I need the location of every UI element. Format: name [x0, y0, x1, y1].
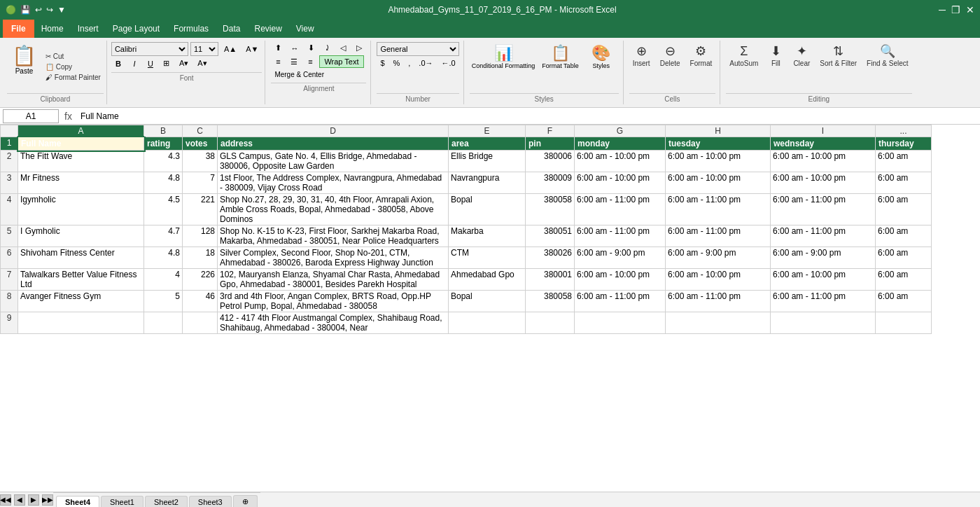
font-size-select[interactable]: 11 — [190, 42, 218, 56]
decimal-increase-button[interactable]: .0→ — [415, 57, 436, 69]
align-top-button[interactable]: ⬆ — [271, 42, 285, 54]
cell-b5[interactable]: 4.7 — [144, 225, 183, 247]
cell-b2[interactable]: 4.3 — [144, 151, 183, 172]
col-header-a[interactable]: A — [18, 125, 144, 137]
row-number-3[interactable]: 3 — [1, 172, 18, 194]
minimize-button[interactable]: ─ — [939, 4, 946, 15]
copy-button[interactable]: 📋 Copy — [43, 62, 104, 71]
cell-f8[interactable]: 380058 — [526, 291, 575, 312]
formula-input[interactable]: Full Name — [78, 109, 977, 123]
font-decrease-button[interactable]: A▼ — [242, 43, 262, 55]
formulas-menu[interactable]: Formulas — [167, 21, 216, 36]
cell-e8[interactable]: Bopal — [449, 291, 526, 312]
cell-a1[interactable]: Full Name — [18, 137, 144, 151]
cell-a5[interactable]: I Gymholic — [18, 225, 144, 247]
cell-d8[interactable]: 3rd and 4th Floor, Angan Complex, BRTS R… — [218, 291, 449, 312]
insert-button[interactable]: ⊕ Insert — [629, 42, 654, 92]
file-menu[interactable]: File — [3, 20, 34, 38]
quick-access-dropdown[interactable]: ▼ — [57, 5, 66, 15]
sheet-tab-2[interactable]: Sheet2 — [145, 496, 188, 508]
underline-button[interactable]: U — [144, 58, 158, 69]
cell-reference-input[interactable]: A1 — [3, 109, 59, 123]
cell-f9[interactable] — [526, 312, 575, 334]
cell-j4[interactable]: 6:00 am — [876, 194, 932, 225]
cell-e4[interactable]: Bopal — [449, 194, 526, 225]
cell-g5[interactable]: 6:00 am - 11:00 pm — [575, 225, 666, 247]
cell-d3[interactable]: 1st Floor, The Address Complex, Navrangp… — [218, 172, 449, 194]
cell-i5[interactable]: 6:00 am - 11:00 pm — [771, 225, 876, 247]
cell-f3[interactable]: 380009 — [526, 172, 575, 194]
cell-f2[interactable]: 380006 — [526, 151, 575, 172]
cell-j1[interactable]: thursday — [876, 137, 932, 151]
cell-g9[interactable] — [575, 312, 666, 334]
cell-c4[interactable]: 221 — [183, 194, 218, 225]
col-header-i[interactable]: I — [771, 125, 876, 137]
cell-d9[interactable]: 412 - 417 4th Floor Austmangal Complex, … — [218, 312, 449, 334]
cell-i2[interactable]: 6:00 am - 10:00 pm — [771, 151, 876, 172]
col-header-f[interactable]: F — [526, 125, 575, 137]
align-center-button[interactable]: ☰ — [287, 56, 301, 68]
scroll-next-button[interactable]: ▶ — [28, 494, 39, 506]
cell-f5[interactable]: 380051 — [526, 225, 575, 247]
cell-h6[interactable]: 6:00 am - 9:00 pm — [666, 247, 771, 269]
cell-b8[interactable]: 5 — [144, 291, 183, 312]
cell-f1[interactable]: pin — [526, 137, 575, 151]
function-wizard-icon[interactable]: fx — [62, 111, 75, 122]
cell-h8[interactable]: 6:00 am - 11:00 pm — [666, 291, 771, 312]
cell-d2[interactable]: GLS Campus, Gate No. 4, Ellis Bridge, Ah… — [218, 151, 449, 172]
fill-color-button[interactable]: A▾ — [176, 57, 192, 69]
sheet-tab-4[interactable]: Sheet4 — [56, 496, 99, 508]
cell-i9[interactable] — [771, 312, 876, 334]
redo-icon[interactable]: ↪ — [46, 5, 53, 15]
cell-b1[interactable]: rating — [144, 137, 183, 151]
cell-h1[interactable]: tuesday — [666, 137, 771, 151]
row-number-8[interactable]: 8 — [1, 291, 18, 312]
sort-filter-button[interactable]: ⇅ Sort & Filter — [816, 42, 860, 69]
conditional-formatting-button[interactable]: 📊 Conditional Formatting — [470, 42, 538, 71]
col-header-e[interactable]: E — [449, 125, 526, 137]
col-header-j[interactable]: ... — [876, 125, 932, 137]
cell-e1[interactable]: area — [449, 137, 526, 151]
cell-e7[interactable]: Ahmedabad Gpo — [449, 269, 526, 291]
format-button[interactable]: ⚙ Format — [687, 42, 716, 92]
cell-i7[interactable]: 6:00 am - 10:00 pm — [771, 269, 876, 291]
home-menu[interactable]: Home — [34, 21, 71, 36]
cell-c8[interactable]: 46 — [183, 291, 218, 312]
align-right-button[interactable]: ≡ — [303, 56, 317, 67]
cell-g4[interactable]: 6:00 am - 11:00 pm — [575, 194, 666, 225]
cell-f6[interactable]: 380026 — [526, 247, 575, 269]
scroll-first-button[interactable]: ◀◀ — [0, 494, 11, 506]
cell-d5[interactable]: Shop No. K-15 to K-23, First Floor, Sark… — [218, 225, 449, 247]
cell-g1[interactable]: monday — [575, 137, 666, 151]
save-icon[interactable]: 💾 — [20, 5, 31, 15]
sheet-area[interactable]: A B C D E F G H I ... 1 Full Name ratin — [0, 125, 980, 492]
cell-a2[interactable]: The Fitt Wave — [18, 151, 144, 172]
cell-f4[interactable]: 380058 — [526, 194, 575, 225]
insert-menu[interactable]: Insert — [71, 21, 106, 36]
row-number-2[interactable]: 2 — [1, 151, 18, 172]
font-face-select[interactable]: Calibri — [111, 42, 188, 56]
cell-e5[interactable]: Makarba — [449, 225, 526, 247]
cell-f7[interactable]: 380001 — [526, 269, 575, 291]
cell-d7[interactable]: 102, Mauryansh Elanza, Shyamal Char Rast… — [218, 269, 449, 291]
comma-button[interactable]: , — [405, 57, 414, 69]
cell-c3[interactable]: 7 — [183, 172, 218, 194]
cell-i4[interactable]: 6:00 am - 11:00 pm — [771, 194, 876, 225]
cell-b3[interactable]: 4.8 — [144, 172, 183, 194]
close-button[interactable]: ✕ — [966, 4, 974, 15]
border-button[interactable]: ⊞ — [160, 57, 174, 69]
cell-c7[interactable]: 226 — [183, 269, 218, 291]
col-header-b[interactable]: B — [144, 125, 183, 137]
col-header-d[interactable]: D — [218, 125, 449, 137]
cell-h7[interactable]: 6:00 am - 10:00 pm — [666, 269, 771, 291]
cell-b6[interactable]: 4.8 — [144, 247, 183, 269]
wrap-text-button[interactable]: Wrap Text — [319, 55, 363, 68]
format-painter-button[interactable]: 🖌 Format Painter — [43, 73, 104, 82]
cell-d1[interactable]: address — [218, 137, 449, 151]
cell-g7[interactable]: 6:00 am - 10:00 pm — [575, 269, 666, 291]
scroll-prev-button[interactable]: ◀ — [14, 494, 25, 506]
cell-j5[interactable]: 6:00 am — [876, 225, 932, 247]
delete-button[interactable]: ⊖ Delete — [657, 42, 684, 92]
autosum-button[interactable]: Σ AutoSum — [726, 42, 762, 69]
align-bottom-button[interactable]: ⬇ — [304, 42, 318, 54]
